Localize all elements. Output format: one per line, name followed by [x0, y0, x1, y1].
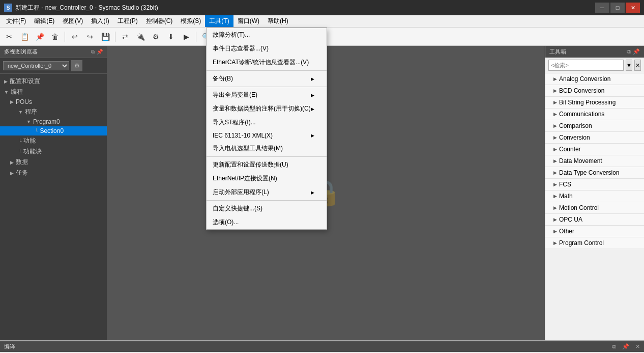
menu-edit[interactable]: 编辑(E)	[30, 15, 58, 27]
dd-item-options[interactable]: 选项(O)...	[207, 215, 327, 229]
toolbox-item-label: BCD Conversion	[559, 87, 604, 94]
window-controls: ─ □ ✕	[595, 3, 640, 13]
menu-help[interactable]: 帮助(H)	[264, 15, 292, 27]
toolbox-float-icon[interactable]: ⧉	[627, 48, 631, 55]
controller-icon[interactable]: ⚙	[71, 60, 82, 71]
maximize-button[interactable]: □	[610, 3, 625, 13]
dd-item-iec[interactable]: IEC 61131-10 XML(X) ▶	[207, 129, 327, 142]
dd-item-shortcuts[interactable]: 自定义快捷键...(S)	[207, 202, 327, 215]
menu-window[interactable]: 窗口(W)	[233, 15, 264, 27]
toolbox-item-programcontrol[interactable]: ▶ Program Control	[545, 237, 644, 249]
tree-item-pous[interactable]: ▶ POUs	[0, 97, 107, 106]
arrow-icon: ▶	[10, 99, 14, 104]
dd-item-label: 事件日志查看器...(V)	[213, 44, 269, 53]
tree-item-function[interactable]: └ 功能	[0, 135, 107, 146]
redo-button[interactable]: ↪	[83, 30, 97, 44]
tree-item-section0[interactable]: └ Section0	[0, 126, 107, 135]
submenu-arrow-icon: ▶	[311, 93, 314, 98]
save-button[interactable]: 💾	[98, 30, 112, 44]
arrow-icon: └	[35, 128, 38, 133]
panel-pin-icon[interactable]: 📌	[97, 49, 103, 55]
toolbox-search: ▼ ✕	[545, 58, 644, 73]
menu-tools[interactable]: 工具(T)	[205, 15, 233, 27]
cut-button[interactable]: ✂	[2, 30, 16, 44]
online-button[interactable]: 🔌	[133, 30, 148, 44]
controller-select[interactable]: new_Controller_0	[3, 61, 69, 70]
tree-item-data[interactable]: ▶ 数据	[0, 157, 107, 168]
paste-button[interactable]: 📌	[33, 30, 47, 44]
dd-item-ethernet[interactable]: EtherNet/IP连接设置(N)	[207, 172, 327, 185]
dd-item-exportvar[interactable]: 导出全局变量(E) ▶	[207, 88, 327, 102]
menu-insert[interactable]: 插入(I)	[87, 15, 113, 27]
toolbox-item-bcd[interactable]: ▶ BCD Conversion	[545, 85, 644, 97]
toolbox-item-analog[interactable]: ▶ Analog Conversion	[545, 73, 644, 85]
tree-item-programming[interactable]: ▼ 编程	[0, 87, 107, 97]
close-button[interactable]: ✕	[626, 3, 640, 13]
toolbox-item-fcs[interactable]: ▶ FCS	[545, 179, 644, 191]
menu-simulate[interactable]: 模拟(S)	[177, 15, 205, 27]
tree-item-config[interactable]: ▶ 配置和设置	[0, 76, 107, 87]
toolbox-search-button[interactable]: ▼	[626, 60, 632, 71]
bottom-pin-icon[interactable]: 📌	[622, 343, 629, 350]
toolbox-item-conversion[interactable]: ▶ Conversion	[545, 132, 644, 144]
toolbox-item-datamovement[interactable]: ▶ Data Movement	[545, 155, 644, 167]
toolbox-item-label: Analog Conversion	[559, 75, 610, 83]
arrow-icon: ▶	[4, 79, 8, 84]
tree-item-label: 程序	[25, 107, 37, 116]
expand-icon: ▶	[553, 229, 557, 234]
dd-item-importst[interactable]: 导入ST程序(I)...	[207, 116, 327, 129]
dd-item-fault[interactable]: 故障分析(T)...	[207, 28, 327, 42]
run-button[interactable]: ▶	[179, 30, 193, 44]
panel-float-icon[interactable]: ⧉	[91, 49, 95, 55]
toolbox-item-motioncontrol[interactable]: ▶ Motion Control	[545, 202, 644, 214]
undo-button[interactable]: ↩	[68, 30, 82, 44]
toolbox-item-opcua[interactable]: ▶ OPC UA	[545, 214, 644, 226]
dd-item-importmotor[interactable]: 导入电机选型工具结果(M)	[207, 142, 327, 155]
dd-item-eventlog[interactable]: 事件日志查看器...(V)	[207, 42, 327, 56]
menu-view[interactable]: 视图(V)	[58, 15, 87, 27]
toolbox-item-other[interactable]: ▶ Other	[545, 226, 644, 237]
toolbox-search-input[interactable]	[548, 60, 624, 71]
dd-item-label: EtherNet/IP连接设置(N)	[213, 174, 277, 183]
tree-item-label: Section0	[40, 127, 64, 134]
dd-item-ethercat[interactable]: EtherCAT诊断/统计信息查看器...(V)	[207, 56, 327, 69]
compile-button[interactable]: ⚙	[149, 30, 163, 44]
dd-item-update[interactable]: 更新配置和设置传送数据(U)	[207, 158, 327, 172]
minimize-button[interactable]: ─	[595, 3, 609, 13]
transfer-button[interactable]: ⇄	[118, 30, 132, 44]
toolbox-clear-button[interactable]: ✕	[634, 60, 641, 71]
toolbox-pin-icon[interactable]: 📌	[633, 48, 640, 55]
tree-item-program[interactable]: ▼ 程序	[0, 106, 107, 117]
dd-item-backup[interactable]: 备份(B) ▶	[207, 72, 327, 86]
delete-button[interactable]: 🗑	[48, 30, 62, 44]
toolbox-item-communications[interactable]: ▶ Communications	[545, 108, 644, 120]
toolbox-item-label: Communications	[559, 111, 604, 118]
toolbox-item-counter[interactable]: ▶ Counter	[545, 144, 644, 155]
bottom-close-icon[interactable]: ✕	[635, 343, 640, 350]
dd-item-comment[interactable]: 变量和数据类型的注释(用于切换)(C) ▶	[207, 102, 327, 116]
arrow-icon: ▼	[26, 119, 31, 124]
dd-item-label: 自定义快捷键...(S)	[213, 204, 262, 213]
dd-separator	[207, 200, 327, 201]
toolbox-item-bitstring[interactable]: ▶ Bit String Processing	[545, 97, 644, 108]
expand-icon: ▶	[553, 123, 557, 128]
bottom-float-icon[interactable]: ⧉	[612, 343, 616, 350]
download-button[interactable]: ⬇	[164, 30, 178, 44]
toolbox-item-label: Bit String Processing	[559, 99, 616, 106]
submenu-arrow-icon: ▶	[311, 76, 314, 82]
tree-item-functionblock[interactable]: └ 功能块	[0, 146, 107, 157]
menu-controller[interactable]: 控制器(C)	[142, 15, 177, 27]
toolbox-item-label: Data Type Conversion	[559, 169, 620, 176]
submenu-arrow-icon: ▶	[311, 133, 314, 138]
left-panel-title: 多视图浏览器	[4, 48, 38, 56]
tree-item-program0[interactable]: ▼ Program0	[0, 117, 107, 126]
tree-item-task[interactable]: ▶ 任务	[0, 168, 107, 178]
copy-button[interactable]: 📋	[17, 30, 32, 44]
toolbox-item-math[interactable]: ▶ Math	[545, 191, 644, 202]
menu-file[interactable]: 文件(F)	[2, 15, 30, 27]
dd-item-launchapp[interactable]: 启动外部应用程序(L) ▶	[207, 185, 327, 199]
menu-project[interactable]: 工程(P)	[113, 15, 142, 27]
toolbox-item-label: Other	[559, 228, 574, 235]
toolbox-item-comparison[interactable]: ▶ Comparison	[545, 120, 644, 132]
toolbox-item-datatypeconversion[interactable]: ▶ Data Type Conversion	[545, 167, 644, 179]
